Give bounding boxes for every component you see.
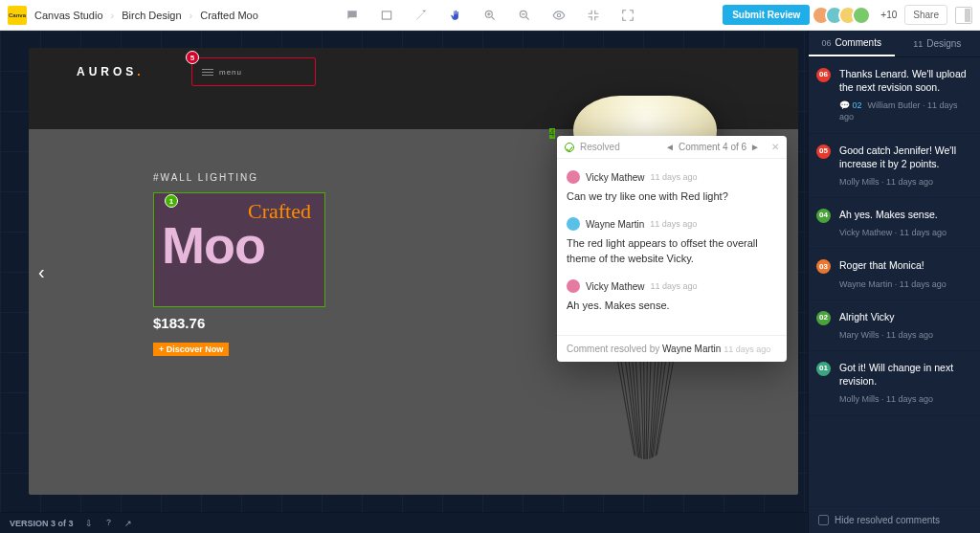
arrow-tool-icon[interactable] (413, 8, 429, 23)
pager-text: Comment 4 of 6 (679, 142, 746, 152)
zoom-in-icon[interactable] (482, 8, 498, 23)
more-collaborators-count[interactable]: +10 (880, 10, 897, 20)
zoom-out-icon[interactable] (517, 8, 532, 23)
preview-icon[interactable] (551, 8, 567, 23)
collaborator-avatars[interactable] (817, 6, 871, 25)
comment-text: Ah yes. Makes sense. (567, 299, 777, 313)
hero-price: $183.76 (153, 315, 325, 331)
menu-label: menu (219, 68, 242, 77)
comment-badge: 03 (816, 259, 831, 274)
stage[interactable]: AUROS. menu 5 #WALL LIGHTING Crafted Moo… (0, 31, 808, 533)
main-area: AUROS. menu 5 #WALL LIGHTING Crafted Moo… (0, 31, 980, 533)
hide-resolved-checkbox[interactable] (818, 515, 829, 525)
tab-comments[interactable]: 06 Comments (809, 31, 895, 56)
pager-prev-icon[interactable]: ◄ (665, 142, 675, 152)
help-icon[interactable]: ？ (104, 517, 113, 529)
avatar[interactable] (852, 6, 871, 25)
comment-thread: Vicky Mathew11 days agoCan we try like o… (557, 159, 787, 335)
annotation-pin-5[interactable]: 5 (186, 51, 199, 64)
carousel-prev-icon[interactable]: ‹ (38, 260, 45, 282)
comment-meta: Vicky Mathew · 11 days ago (839, 227, 970, 238)
comment-text: Can we try like one with Red light? (567, 189, 777, 204)
comment-meta: Molly Mills · 11 days ago (839, 176, 970, 188)
comment-badge: 02 (816, 311, 831, 325)
download-icon[interactable]: ⇩ (85, 519, 93, 528)
title-annotation[interactable]: Crafted Moo (153, 192, 325, 307)
comment-badge: 04 (816, 209, 831, 223)
svg-point-3 (557, 13, 561, 17)
tab-designs[interactable]: 11 Designs (895, 31, 981, 56)
resolved-status: Resolved (580, 142, 620, 152)
collapse-icon[interactable] (586, 8, 601, 23)
resolved-by-when: 11 days ago (724, 344, 770, 354)
panel-tabs: 06 Comments 11 Designs (809, 31, 980, 57)
rectangle-tool-icon[interactable] (379, 8, 394, 23)
comment-time: 11 days ago (650, 219, 697, 229)
avatar (567, 170, 580, 184)
resolved-by-line: Comment resolved by Wayne Martin 11 days… (557, 335, 787, 362)
breadcrumb-project[interactable]: Birch Design (122, 10, 181, 21)
comment-list-item[interactable]: 04Ah yes. Makes sense.Vicky Mathew · 11 … (809, 198, 980, 249)
comment-text: The red light appears to offset the over… (567, 236, 777, 266)
comment-time: 11 days ago (651, 281, 698, 291)
avatar (567, 279, 580, 293)
comment-meta: Mary Wills · 11 days ago (839, 329, 970, 341)
open-external-icon[interactable]: ↗ (124, 519, 132, 528)
comment-author: Wayne Martin (586, 219, 644, 230)
menu-button-annotation[interactable]: menu (191, 57, 316, 86)
comment-meta: 💬 02William Butler · 11 days ago (839, 100, 970, 122)
comment-time: 11 days ago (900, 228, 947, 237)
hand-tool-icon[interactable] (448, 8, 463, 23)
popup-close-icon[interactable]: ✕ (771, 142, 779, 152)
resolved-by-name: Wayne Martin (662, 344, 721, 354)
comment-summary: Got it! Will change in next revision. (839, 361, 970, 388)
hero-tag: #WALL LIGHTING (153, 172, 325, 183)
comment-tool-icon[interactable] (345, 8, 360, 23)
comment-summary: Roger that Monica! (839, 258, 970, 272)
app-title[interactable]: Canvas Studio (34, 10, 103, 21)
discover-button[interactable]: + Discover Now (153, 343, 229, 356)
tab-designs-count: 11 (913, 39, 923, 49)
comment-summary: Ah yes. Makes sense. (839, 208, 970, 221)
comment-author: Wayne Martin (839, 279, 892, 289)
panel-footer: Hide resolved comments (809, 506, 980, 533)
comment-pager: ◄ Comment 4 of 6 ► (665, 142, 760, 152)
comment-list-item[interactable]: 05Good catch Jennifer! We'll increase it… (809, 134, 980, 198)
comment-popup[interactable]: 4 Resolved ◄ Comment 4 of 6 ► ✕ Vicky Ma… (557, 136, 787, 362)
pager-next-icon[interactable]: ► (750, 142, 760, 152)
comment-author: Mary Wills (839, 330, 880, 340)
comment-author: Vicky Mathew (586, 281, 645, 292)
comment-list-item[interactable]: 01Got it! Will change in next revision.M… (809, 351, 980, 415)
comment-list-item[interactable]: 06Thanks Lenard. We'll upload the next r… (809, 57, 980, 134)
version-label: VERSION 3 of 3 (10, 519, 74, 528)
breadcrumb-design[interactable]: Crafted Moo (200, 10, 258, 21)
comment-entry: Vicky Mathew11 days agoAh yes. Makes sen… (567, 279, 777, 313)
comment-list-item[interactable]: 03Roger that Monica!Wayne Martin · 11 da… (809, 249, 980, 300)
breadcrumb-sep: › (189, 10, 193, 21)
share-button[interactable]: Share (904, 5, 947, 25)
comment-badge: 01 (816, 362, 831, 376)
comment-time: 11 days ago (886, 177, 933, 187)
submit-review-button[interactable]: Submit Review (723, 5, 810, 25)
topbar: Canva Canvas Studio › Birch Design › Cra… (0, 0, 980, 31)
comments-panel: 06 Comments 11 Designs 06Thanks Lenard. … (808, 31, 980, 533)
hero-content: #WALL LIGHTING Crafted Moo $183.76 + Dis… (153, 172, 325, 356)
hide-resolved-label: Hide resolved comments (835, 515, 940, 525)
comment-meta: Wayne Martin · 11 days ago (839, 278, 970, 290)
comment-list: 06Thanks Lenard. We'll upload the next r… (809, 57, 980, 506)
resolved-check-icon (565, 143, 574, 152)
hero-title: Moo (162, 222, 315, 269)
comment-list-item[interactable]: 02Alright VickyMary Wills · 11 days ago (809, 300, 980, 351)
expand-icon[interactable] (620, 8, 635, 23)
comment-author: Molly Mills (839, 394, 880, 404)
svg-rect-0 (382, 11, 390, 18)
app-logo: Canva (8, 6, 27, 25)
annotation-pin-4[interactable]: 4 (549, 128, 555, 139)
comment-summary: Alright Vicky (839, 310, 970, 323)
site-logo-dot: . (137, 65, 144, 78)
annotation-pin-1[interactable]: 1 (165, 194, 178, 208)
comment-meta: Molly Mills · 11 days ago (839, 393, 970, 405)
stage-footer: VERSION 3 of 3 ⇩ ？ ↗ (0, 512, 808, 533)
comment-time: 11 days ago (900, 279, 947, 289)
toggle-panel-icon[interactable] (955, 7, 972, 24)
